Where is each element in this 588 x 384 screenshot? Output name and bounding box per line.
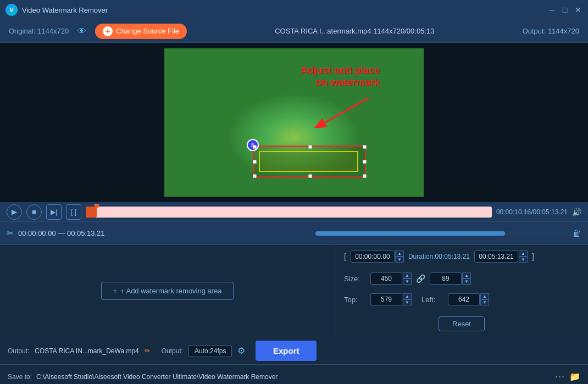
annotation-text: Adjust and place on watermark xyxy=(301,65,380,88)
size-height-group: ▲ ▼ xyxy=(430,272,471,285)
eye-icon[interactable]: 👁 xyxy=(77,26,86,36)
resize-handle-tl[interactable] xyxy=(253,145,257,149)
resize-handle-tm[interactable] xyxy=(308,145,312,149)
end-time-input-group: ▲ ▼ xyxy=(474,251,528,263)
window-controls: ─ □ ✕ xyxy=(547,5,583,14)
reset-label: Reset xyxy=(452,320,471,328)
plus-icon: + xyxy=(103,26,113,36)
inner-selection-box xyxy=(259,151,358,172)
video-frame: 5 Adjust and place on watermark xyxy=(164,48,424,197)
app-icon-text: V xyxy=(9,7,13,13)
progress-bar[interactable] xyxy=(86,207,492,218)
original-resolution-label: Original: 1144x720 xyxy=(9,27,69,35)
height-down[interactable]: ▼ xyxy=(462,279,471,285)
size-label: Size: xyxy=(344,275,366,283)
resize-handle-mr[interactable] xyxy=(363,160,367,164)
watermark-selection-box[interactable]: 5 xyxy=(253,146,366,177)
annotation-box: Adjust and place on watermark xyxy=(301,65,380,88)
start-time-input[interactable] xyxy=(351,251,395,263)
delete-trim-icon[interactable]: 🗑 xyxy=(573,229,581,238)
annotation-line1: Adjust and place xyxy=(301,65,380,76)
end-bracket[interactable]: ] xyxy=(532,252,534,261)
progress-indicator xyxy=(93,204,100,209)
annotation-arrow xyxy=(314,95,380,128)
timeline-bar: ▶ ■ ▶| [ ] 00:00:10.16/00:05:13.21 🔊 xyxy=(0,202,588,222)
add-area-label: + Add watermark removing area xyxy=(120,287,222,295)
output-filename: COSTA RICA IN...mark_DeWa.mp4 xyxy=(35,347,138,355)
close-button[interactable]: ✕ xyxy=(574,5,583,14)
time-controls-row: [ ▲ ▼ Duration:00:05:13.21 ▲ ▼ ] xyxy=(344,251,579,263)
app-icon: V xyxy=(5,4,18,16)
size-row: Size: ▲ ▼ 🔗 ▲ ▼ xyxy=(344,272,579,285)
resize-handle-br[interactable] xyxy=(363,174,367,178)
start-bracket[interactable]: [ xyxy=(344,252,346,261)
link-icon[interactable]: 🔗 xyxy=(416,274,425,283)
trim-slider[interactable] xyxy=(315,231,568,236)
trim-slider-fill xyxy=(315,231,505,236)
scissors-icon[interactable]: ✂ xyxy=(7,228,14,238)
top-up[interactable]: ▲ xyxy=(403,293,412,299)
end-time-up[interactable]: ▲ xyxy=(519,251,528,257)
reset-button[interactable]: Reset xyxy=(439,316,485,331)
title-bar-left: V Video Watermark Remover xyxy=(5,4,108,16)
fit-button[interactable]: [ ] xyxy=(66,204,81,220)
top-down[interactable]: ▼ xyxy=(403,299,412,305)
end-time-down[interactable]: ▼ xyxy=(519,257,528,263)
left-spinners: ▲ ▼ xyxy=(480,293,489,305)
maximize-button[interactable]: □ xyxy=(561,5,569,14)
left-input[interactable] xyxy=(448,293,480,305)
height-up[interactable]: ▲ xyxy=(462,272,471,279)
left-up[interactable]: ▲ xyxy=(480,293,489,299)
top-input-group: ▲ ▼ xyxy=(370,293,412,305)
edit-filename-icon[interactable]: ✏ xyxy=(145,347,151,355)
output-format-value: Auto;24fps xyxy=(188,345,232,357)
file-info: COSTA RICA I...atermark.mp4 1144x720/00:… xyxy=(196,27,514,35)
end-time-spinners: ▲ ▼ xyxy=(519,251,528,263)
start-time-down[interactable]: ▼ xyxy=(395,257,404,263)
left-down[interactable]: ▼ xyxy=(480,299,489,305)
trim-time-range: 00:00:00.00 — 00:05:13.21 xyxy=(18,229,311,237)
svg-line-1 xyxy=(325,98,369,123)
resize-handle-bl[interactable] xyxy=(253,174,257,178)
minimize-button[interactable]: ─ xyxy=(547,5,556,14)
change-source-button[interactable]: + Change Source File xyxy=(95,24,187,39)
controls-right-panel: [ ▲ ▼ Duration:00:05:13.21 ▲ ▼ ] Size: xyxy=(335,245,588,337)
start-time-spinners: ▲ ▼ xyxy=(395,251,404,263)
app-title: Video Watermark Remover xyxy=(22,6,108,14)
end-time-input[interactable] xyxy=(474,251,518,263)
left-label: Left: xyxy=(421,296,443,304)
annotation-line2: on watermark xyxy=(315,77,380,88)
save-to-label: Save to: xyxy=(8,373,32,381)
width-up[interactable]: ▲ xyxy=(403,272,412,279)
video-area: 5 Adjust and place on watermark xyxy=(0,43,588,202)
play-button[interactable]: ▶ xyxy=(7,204,22,220)
add-watermark-area-button[interactable]: + + Add watermark removing area xyxy=(101,282,233,300)
folder-icon[interactable]: 📁 xyxy=(569,371,580,382)
duration-label: Duration:00:05:13.21 xyxy=(408,253,470,260)
export-area: Export xyxy=(251,341,317,361)
size-height-input[interactable] xyxy=(430,272,462,285)
resize-handle-tr[interactable] xyxy=(363,145,367,149)
settings-icon[interactable]: ⚙ xyxy=(237,346,245,356)
position-row: Top: ▲ ▼ Left: ▲ ▼ xyxy=(344,293,579,305)
output-format-label: Output: xyxy=(162,347,183,355)
width-spinners: ▲ ▼ xyxy=(403,272,412,285)
width-down[interactable]: ▼ xyxy=(403,279,412,285)
controls-left-panel: + + Add watermark removing area xyxy=(0,245,335,337)
start-time-up[interactable]: ▲ xyxy=(395,251,404,257)
skip-forward-button[interactable]: ▶| xyxy=(46,204,62,220)
save-bar: Save to: C:\Aiseesoft Studio\Aiseesoft V… xyxy=(0,364,588,384)
top-spinners: ▲ ▼ xyxy=(403,293,412,305)
resize-handle-bm[interactable] xyxy=(308,174,312,178)
stop-button[interactable]: ■ xyxy=(26,204,42,220)
time-display: 00:00:10.16/00:05:13.21 xyxy=(496,208,568,216)
height-spinners: ▲ ▼ xyxy=(462,272,471,285)
toolbar: Original: 1144x720 👁 + Change Source Fil… xyxy=(0,20,588,43)
resize-handle-ml[interactable] xyxy=(253,160,257,164)
browse-button[interactable]: ··· xyxy=(555,371,565,382)
export-button[interactable]: Export xyxy=(256,341,317,361)
size-width-input[interactable] xyxy=(370,272,402,285)
controls-section: + + Add watermark removing area [ ▲ ▼ Du… xyxy=(0,245,588,337)
volume-icon[interactable]: 🔊 xyxy=(572,208,581,216)
top-input[interactable] xyxy=(370,293,402,305)
